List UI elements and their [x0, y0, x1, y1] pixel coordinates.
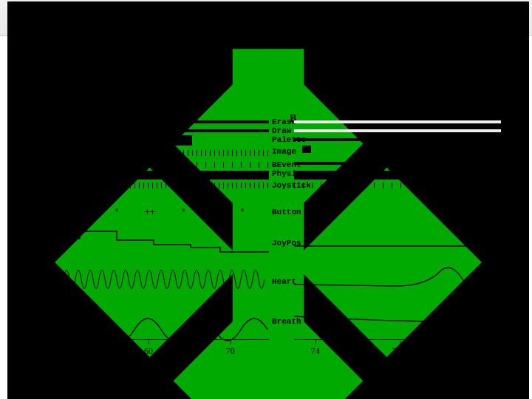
breath-trace-b [294, 301, 505, 338]
breath-trace-a [28, 301, 269, 338]
slide-header: Real-Time Multi-processing [0, 0, 532, 36]
track-erase-a [28, 120, 269, 123]
panel-a: A * - * ++ * + * [21, 113, 272, 364]
panel-b: B * [287, 113, 508, 364]
track-bevent-a [28, 162, 269, 168]
axis-title-a: Time (secs) [126, 355, 171, 366]
button-mark: ++ [145, 208, 155, 218]
axis-a: 50 60 70 Time (secs) [28, 339, 269, 340]
axis-title-b: Time (secs) [377, 355, 423, 366]
button-mark: * [180, 208, 185, 218]
track-palette-b [294, 138, 505, 141]
track-image-a [28, 150, 269, 156]
logo-icon [6, 1, 38, 34]
button-mark: - [77, 208, 82, 218]
heart-trace-b [294, 261, 505, 298]
button-mark: * [239, 208, 245, 218]
button-mark: * [114, 208, 119, 218]
track-image-b [294, 146, 505, 153]
track-palette-a [28, 135, 269, 146]
track-joystick-b [294, 183, 505, 188]
button-mark: * [432, 208, 437, 218]
track-draw-a [28, 129, 269, 132]
track-erase-b [294, 120, 505, 123]
axis-b: 74 74.5 75 Time (secs) [294, 339, 505, 340]
xtick-label: 74 [311, 346, 320, 357]
joypos-trace-b [294, 224, 505, 261]
button-mark: + [210, 208, 215, 218]
xtick-label: 50 [62, 346, 71, 357]
track-bevent-b [294, 162, 505, 165]
track-draw-b [294, 129, 505, 132]
button-mark: * [40, 208, 45, 218]
track-joystick-a [28, 183, 269, 188]
joypos-trace-a [28, 224, 269, 261]
heart-trace-a [28, 261, 269, 298]
xtick-label: 75 [480, 346, 488, 357]
track-physio-a [28, 171, 269, 180]
xtick-label: 70 [226, 346, 235, 357]
timing-figure: Erase Draw Palette Image BEvent Physio J… [21, 113, 511, 364]
track-physio-b [294, 171, 505, 180]
